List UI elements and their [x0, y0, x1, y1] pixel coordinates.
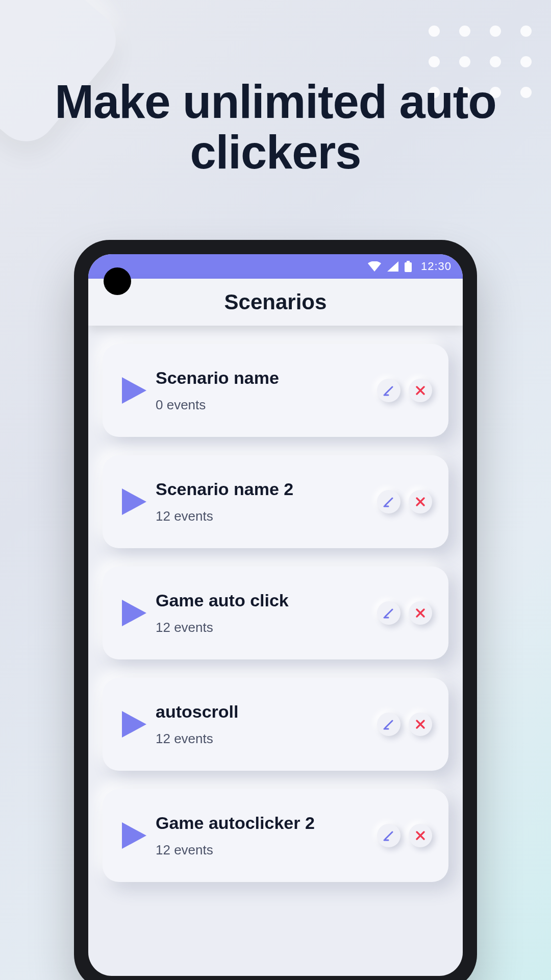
phone-screen: 12:30 Scenarios Scenario name 0 events [88, 254, 463, 976]
play-icon[interactable] [116, 822, 153, 849]
edit-button[interactable] [377, 490, 400, 513]
play-icon[interactable] [116, 600, 153, 626]
camera-punch-hole [104, 267, 131, 295]
edit-button[interactable] [377, 713, 400, 736]
scenario-list: Scenario name 0 events Scenari [88, 326, 463, 882]
scenario-subtitle: 0 events [156, 397, 377, 413]
scenario-text: Scenario name 2 12 events [156, 479, 377, 524]
delete-button[interactable] [409, 490, 432, 513]
svg-rect-1 [405, 262, 412, 272]
play-icon[interactable] [116, 488, 153, 515]
play-icon[interactable] [116, 711, 153, 738]
delete-button[interactable] [409, 824, 432, 847]
delete-button[interactable] [409, 713, 432, 736]
edit-button[interactable] [377, 601, 400, 625]
scenario-card[interactable]: Game autoclicker 2 12 events [103, 789, 448, 882]
scenario-subtitle: 12 events [156, 842, 377, 858]
signal-icon [387, 261, 398, 272]
scenario-card[interactable]: autoscroll 12 events [103, 678, 448, 771]
delete-button[interactable] [409, 379, 432, 402]
phone-frame: 12:30 Scenarios Scenario name 0 events [74, 240, 477, 980]
scenario-title: Scenario name 2 [156, 479, 377, 499]
scenario-title: autoscroll [156, 702, 377, 722]
scenario-actions [377, 601, 432, 625]
scenario-subtitle: 12 events [156, 731, 377, 747]
scenario-subtitle: 12 events [156, 508, 377, 524]
scenario-card[interactable]: Game auto click 12 events [103, 567, 448, 659]
scenario-title: Game auto click [156, 591, 377, 610]
svg-rect-0 [407, 261, 410, 262]
wifi-icon [368, 261, 381, 272]
play-icon[interactable] [116, 377, 153, 404]
scenario-subtitle: 12 events [156, 620, 377, 635]
scenario-text: autoscroll 12 events [156, 702, 377, 747]
delete-button[interactable] [409, 601, 432, 625]
scenario-actions [377, 490, 432, 513]
app-header: Scenarios [88, 279, 463, 326]
scenario-actions [377, 379, 432, 402]
battery-icon [405, 261, 412, 272]
scenario-card[interactable]: Scenario name 0 events [103, 344, 448, 437]
edit-button[interactable] [377, 379, 400, 402]
scenario-title: Scenario name [156, 368, 377, 388]
scenario-text: Game autoclicker 2 12 events [156, 813, 377, 858]
status-time: 12:30 [421, 260, 452, 273]
page-title: Scenarios [224, 290, 327, 314]
status-bar: 12:30 [88, 254, 463, 279]
scenario-actions [377, 824, 432, 847]
scenario-title: Game autoclicker 2 [156, 813, 377, 833]
scenario-actions [377, 713, 432, 736]
scenario-card[interactable]: Scenario name 2 12 events [103, 455, 448, 548]
scenario-text: Scenario name 0 events [156, 368, 377, 413]
edit-button[interactable] [377, 824, 400, 847]
scenario-text: Game auto click 12 events [156, 591, 377, 635]
promo-headline: Make unlimited auto clickers [0, 77, 551, 178]
